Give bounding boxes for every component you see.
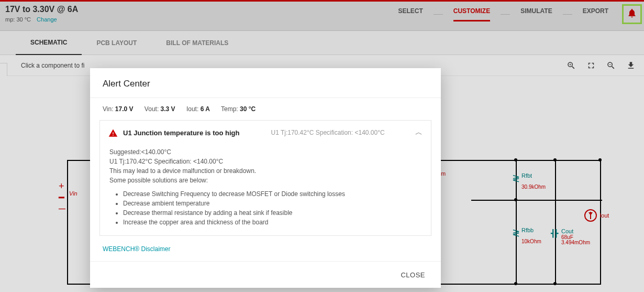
close-button[interactable]: CLOSE xyxy=(401,271,425,279)
modal-title: Alert Center xyxy=(90,68,441,98)
disclaimer-link[interactable]: WEBENCH® Disclaimer xyxy=(90,243,441,261)
alert-accordion-header[interactable]: U1 Junction temperature is too high U1 T… xyxy=(100,121,431,145)
alert-title: U1 Junction temperature is too high xyxy=(123,129,239,137)
modal-params: Vin: 17.0 V Vout: 3.3 V Iout: 6 A Temp: … xyxy=(90,98,441,117)
warning-icon xyxy=(108,128,123,138)
alert-accordion: U1 Junction temperature is too high U1 T… xyxy=(99,120,431,236)
chevron-up-icon: ︿ xyxy=(415,128,423,137)
alert-detail: U1 Tj:170.42°C Specification: <140.00°C xyxy=(271,129,415,136)
alert-body: Suggested:<140.00°C U1 Tj:170.42°C Speci… xyxy=(100,145,431,235)
alert-center-modal: Alert Center Vin: 17.0 V Vout: 3.3 V Iou… xyxy=(90,68,441,288)
